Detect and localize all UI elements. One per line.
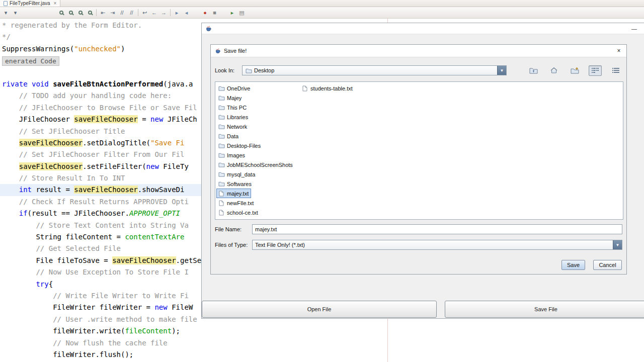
save-button[interactable]: Save: [561, 260, 585, 270]
chevron-down-icon[interactable]: ▼: [613, 240, 622, 249]
back-dropdown[interactable]: ▾: [1, 8, 11, 17]
code-token: // Store Text Content into String Va: [2, 221, 189, 229]
folder-item[interactable]: OneDrive: [216, 83, 253, 93]
shift-left-icon[interactable]: ⇤: [98, 8, 108, 17]
folder-item[interactable]: This PC: [216, 103, 249, 112]
previous-bookmark-icon[interactable]: ◂: [182, 8, 191, 17]
new-folder-button[interactable]: [568, 65, 581, 76]
file-item[interactable]: students-table.txt: [300, 83, 355, 93]
file-item[interactable]: school-ce.txt: [216, 208, 261, 217]
stop-macro-icon[interactable]: ■: [210, 8, 219, 17]
code-token: // TODO add your handling code here:: [2, 92, 172, 100]
next-bookmark-icon[interactable]: ▸: [172, 8, 182, 17]
code-token: // Store Result In To INT: [2, 174, 125, 182]
run-selection-icon[interactable]: ▸: [227, 8, 237, 17]
code-token: fileContent: [125, 327, 172, 335]
tab-close-icon[interactable]: ×: [54, 1, 57, 6]
netbeans-window: FileTypeFilter.java × ▾▾⇤⇥////↩←→▸◂●■▸▤ …: [0, 0, 644, 362]
code-token: result =: [32, 186, 74, 194]
save-file-button[interactable]: Save File: [445, 301, 644, 318]
file-item-label: Desktop-Files: [227, 143, 261, 149]
folder-icon: [218, 152, 225, 158]
code-token: saveFileBtnActionPerformed: [53, 80, 163, 88]
code-token: );: [172, 327, 180, 335]
magnifier-glyph: [69, 11, 73, 15]
look-in-combobox[interactable]: Desktop ▼: [242, 65, 507, 75]
code-token: =: [138, 115, 150, 123]
save-file-dialog: Save file! × Look In: Desktop ▼ OneDrive…: [210, 44, 627, 275]
home-button[interactable]: [547, 65, 560, 76]
file-item-label: newFIle.txt: [227, 200, 254, 206]
code-line[interactable]: fileWriter.write(fileContent);: [2, 325, 644, 337]
file-list[interactable]: OneDriveMajeyThis PCLibrariesNetworkData…: [215, 81, 623, 220]
close-icon[interactable]: ×: [615, 47, 622, 54]
collapsed-code-fold[interactable]: enerated Code: [2, 56, 59, 66]
file-item-label: students-table.txt: [310, 85, 353, 92]
uncomment-lines-icon[interactable]: //: [127, 8, 136, 17]
code-token: // Now flush the cache file: [2, 339, 168, 347]
tab-filetypefilter[interactable]: FileTypeFilter.java ×: [0, 0, 60, 7]
cancel-button[interactable]: Cancel: [593, 260, 622, 270]
highlight-matches-icon[interactable]: [85, 8, 95, 17]
code-token: saveFileChooser: [19, 162, 83, 170]
code-token: * regenerated by the Form Editor.: [2, 21, 142, 29]
code-token: saveFileChooser: [74, 115, 137, 123]
look-in-value: Desktop: [254, 67, 274, 73]
code-token: JFileChooser: [2, 115, 74, 123]
open-file-button[interactable]: Open File: [202, 301, 437, 318]
code-token: "unchecked": [74, 45, 121, 53]
up-folder-button[interactable]: [527, 65, 540, 76]
forward-icon[interactable]: →: [159, 8, 169, 17]
file-name-input[interactable]: [252, 224, 622, 234]
tab-title: FileTypeFilter.java: [10, 1, 50, 6]
folder-icon: [218, 105, 225, 110]
folder-item[interactable]: Majey: [216, 93, 244, 103]
folder-icon: [218, 95, 225, 101]
find-next-icon[interactable]: [66, 8, 75, 17]
find-selection-icon[interactable]: [56, 8, 66, 17]
dialog-titlebar: Save file! ×: [211, 45, 626, 57]
folder-item[interactable]: mysql_data: [216, 169, 258, 179]
code-token: // Set JFileChooser Title: [2, 127, 125, 135]
last-edit-icon[interactable]: ↩: [140, 8, 149, 17]
folder-item[interactable]: Data: [216, 131, 241, 141]
folder-item[interactable]: Desktop-Files: [216, 141, 263, 150]
record-macro-icon[interactable]: ●: [200, 8, 210, 17]
chevron-down-icon[interactable]: ▼: [497, 66, 506, 75]
folder-item[interactable]: Images: [216, 150, 248, 160]
minimize-button[interactable]: —: [631, 26, 637, 32]
comment-lines-icon[interactable]: //: [117, 8, 127, 17]
folder-item[interactable]: Libraries: [216, 112, 251, 122]
code-token: String fileContent =: [2, 233, 125, 241]
folder-icon: [245, 68, 252, 73]
folder-item[interactable]: Softwares: [216, 179, 254, 189]
code-token: JFileCh: [163, 115, 197, 123]
code-token: .showSaveDi: [138, 186, 185, 194]
memory-view-icon[interactable]: ▤: [237, 8, 247, 17]
folder-icon: [218, 114, 225, 120]
files-of-type-row: Files of Type: Text File Only! (*.txt) ▼: [215, 240, 622, 250]
back-icon[interactable]: ←: [149, 8, 159, 17]
code-token: .getSe: [176, 256, 202, 264]
list-view-button[interactable]: [589, 65, 602, 76]
code-line[interactable]: // Now flush the cache file: [2, 337, 644, 349]
code-token: ): [121, 45, 125, 53]
find-previous-icon[interactable]: [75, 8, 85, 17]
file-item[interactable]: majey.txt: [216, 189, 251, 198]
file-list-column: OneDriveMajeyThis PCLibrariesNetworkData…: [216, 83, 300, 218]
code-line[interactable]: fileWriter.flush();: [2, 349, 644, 360]
magnifier-glyph: [59, 11, 63, 15]
file-item-label: Images: [227, 152, 245, 158]
code-token: saveFileChooser: [74, 186, 137, 194]
code-token: .setFileFilter(: [83, 162, 146, 170]
files-of-type-combobox[interactable]: Text File Only! (*.txt) ▼: [252, 240, 622, 250]
file-item[interactable]: newFIle.txt: [216, 198, 256, 208]
code-token: new: [146, 162, 159, 170]
folder-item[interactable]: JobMESchoolScreenShots: [216, 160, 295, 169]
forward-dropdown[interactable]: ▾: [11, 8, 20, 17]
code-token: // Write File Writer to Write Fi: [2, 292, 189, 300]
details-view-button[interactable]: [609, 65, 622, 76]
shift-right-icon[interactable]: ⇥: [108, 8, 117, 17]
folder-item[interactable]: Network: [216, 122, 250, 131]
java-file-icon: [4, 1, 8, 6]
